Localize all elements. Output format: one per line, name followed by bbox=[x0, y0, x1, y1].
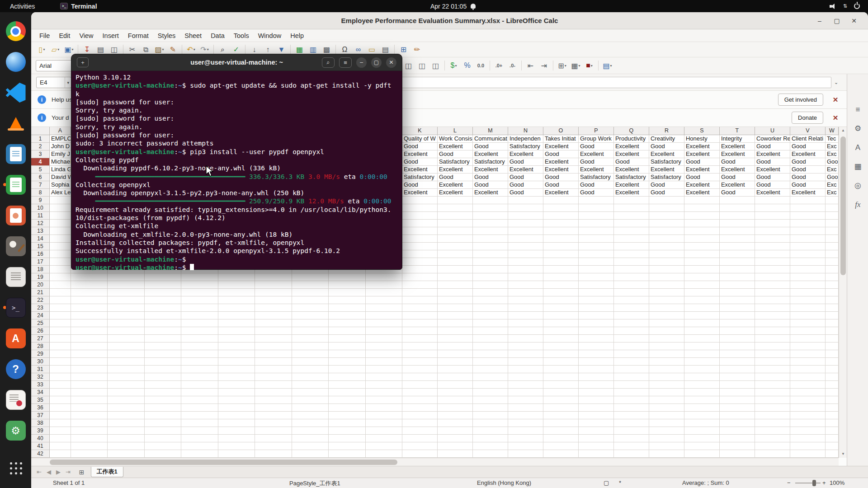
cell-V34[interactable] bbox=[790, 389, 826, 396]
cell-T13[interactable] bbox=[720, 227, 755, 235]
cell-E25[interactable] bbox=[181, 319, 218, 327]
cell-A29[interactable] bbox=[50, 350, 71, 358]
cell-D21[interactable] bbox=[145, 289, 181, 296]
row-header-36[interactable]: 36 bbox=[31, 404, 50, 412]
cell-S29[interactable] bbox=[684, 350, 720, 358]
vscode-launcher[interactable] bbox=[2, 80, 30, 105]
cell-O30[interactable] bbox=[543, 358, 579, 366]
row-header-23[interactable]: 23 bbox=[31, 304, 50, 312]
cell-B37[interactable] bbox=[71, 412, 108, 419]
cell-A13[interactable] bbox=[50, 227, 71, 235]
cell-V31[interactable] bbox=[790, 366, 826, 373]
cell-G24[interactable] bbox=[255, 312, 292, 319]
cell-V13[interactable] bbox=[790, 227, 826, 235]
cell-Q34[interactable] bbox=[614, 389, 649, 396]
cell-J25[interactable] bbox=[366, 319, 402, 327]
cell-F32[interactable] bbox=[218, 373, 255, 381]
cell-M7[interactable]: Good bbox=[473, 181, 508, 189]
col-header-N[interactable]: N bbox=[508, 127, 543, 135]
cell-W28[interactable] bbox=[826, 343, 839, 350]
cell-A26[interactable] bbox=[50, 327, 71, 335]
cell-O42[interactable] bbox=[543, 450, 579, 458]
ubuntu-software-launcher[interactable]: A bbox=[2, 326, 30, 351]
cell-S10[interactable] bbox=[684, 204, 720, 212]
cell-U39[interactable] bbox=[755, 427, 790, 435]
cell-O27[interactable] bbox=[543, 335, 579, 343]
cell-I32[interactable] bbox=[329, 373, 365, 381]
cell-K28[interactable] bbox=[402, 343, 438, 350]
cell-E34[interactable] bbox=[181, 389, 218, 396]
search-icon[interactable]: ⌕ bbox=[322, 57, 335, 68]
cell-V40[interactable] bbox=[790, 435, 826, 442]
cell-P10[interactable] bbox=[579, 204, 614, 212]
cell-C29[interactable] bbox=[108, 350, 144, 358]
cell-R7[interactable]: Good bbox=[649, 181, 684, 189]
cell-U22[interactable] bbox=[755, 296, 790, 304]
cell-V1[interactable]: Client Relati bbox=[790, 135, 826, 143]
cell-R12[interactable] bbox=[649, 220, 684, 227]
cell-P34[interactable] bbox=[579, 389, 614, 396]
cell-M17[interactable] bbox=[473, 258, 508, 266]
cell-Q40[interactable] bbox=[614, 435, 649, 442]
cell-F42[interactable] bbox=[218, 450, 255, 458]
terminal-titlebar[interactable]: + user@user-virtual-machine: ~ ⌕ ≡ – ▢ ✕ bbox=[71, 54, 402, 71]
cell-I26[interactable] bbox=[329, 327, 365, 335]
cell-F39[interactable] bbox=[218, 427, 255, 435]
cell-A4[interactable]: Michael bbox=[50, 158, 71, 166]
increase-indent-button[interactable]: ⇥ bbox=[538, 60, 550, 71]
cell-N42[interactable] bbox=[508, 450, 543, 458]
cell-K38[interactable] bbox=[402, 419, 438, 427]
cell-I39[interactable] bbox=[329, 427, 365, 435]
cell-V33[interactable] bbox=[790, 381, 826, 389]
cell-T42[interactable] bbox=[720, 450, 755, 458]
cell-L5[interactable]: Excellent bbox=[438, 166, 473, 174]
cell-H26[interactable] bbox=[292, 327, 329, 335]
cell-O29[interactable] bbox=[543, 350, 579, 358]
cell-A14[interactable] bbox=[50, 235, 71, 243]
app-grid-launcher[interactable] bbox=[2, 455, 30, 481]
cell-N8[interactable]: Good bbox=[508, 189, 543, 197]
cell-I36[interactable] bbox=[329, 404, 365, 412]
row-header-10[interactable]: 10 bbox=[31, 204, 50, 212]
cell-K8[interactable]: Excellent bbox=[402, 189, 438, 197]
cell-R4[interactable]: Satisfactory bbox=[649, 158, 684, 166]
cell-C37[interactable] bbox=[108, 412, 144, 419]
cell-B39[interactable] bbox=[71, 427, 108, 435]
cell-Q23[interactable] bbox=[614, 304, 649, 312]
cell-J24[interactable] bbox=[366, 312, 402, 319]
cell-O20[interactable] bbox=[543, 281, 579, 289]
cell-Q35[interactable] bbox=[614, 396, 649, 404]
cell-E42[interactable] bbox=[181, 450, 218, 458]
row-header-11[interactable]: 11 bbox=[31, 212, 50, 220]
cell-T17[interactable] bbox=[720, 258, 755, 266]
cell-H27[interactable] bbox=[292, 335, 329, 343]
cell-U1[interactable]: Coworker Re bbox=[755, 135, 790, 143]
cell-Q13[interactable] bbox=[614, 227, 649, 235]
cell-O22[interactable] bbox=[543, 296, 579, 304]
cell-A35[interactable] bbox=[50, 396, 71, 404]
cell-O10[interactable] bbox=[543, 204, 579, 212]
cell-C35[interactable] bbox=[108, 396, 144, 404]
cell-S18[interactable] bbox=[684, 266, 720, 273]
cell-E39[interactable] bbox=[181, 427, 218, 435]
row-header-3[interactable]: 3 bbox=[31, 150, 50, 158]
cell-W16[interactable] bbox=[826, 250, 839, 258]
cell-P17[interactable] bbox=[579, 258, 614, 266]
cell-T7[interactable]: Excellent bbox=[720, 181, 755, 189]
cell-F24[interactable] bbox=[218, 312, 255, 319]
cell-H19[interactable] bbox=[292, 273, 329, 281]
menu-window[interactable]: Window bbox=[254, 30, 286, 41]
cell-H33[interactable] bbox=[292, 381, 329, 389]
cell-T6[interactable]: Good bbox=[720, 174, 755, 181]
cell-W35[interactable] bbox=[826, 396, 839, 404]
col-header-T[interactable]: T bbox=[720, 127, 755, 135]
cell-K16[interactable] bbox=[402, 250, 438, 258]
cell-W32[interactable] bbox=[826, 373, 839, 381]
cell-E32[interactable] bbox=[181, 373, 218, 381]
cell-Q21[interactable] bbox=[614, 289, 649, 296]
cell-A31[interactable] bbox=[50, 366, 71, 373]
cell-J42[interactable] bbox=[366, 450, 402, 458]
cell-U33[interactable] bbox=[755, 381, 790, 389]
row-header-38[interactable]: 38 bbox=[31, 419, 50, 427]
cell-O5[interactable]: Excellent bbox=[543, 166, 579, 174]
